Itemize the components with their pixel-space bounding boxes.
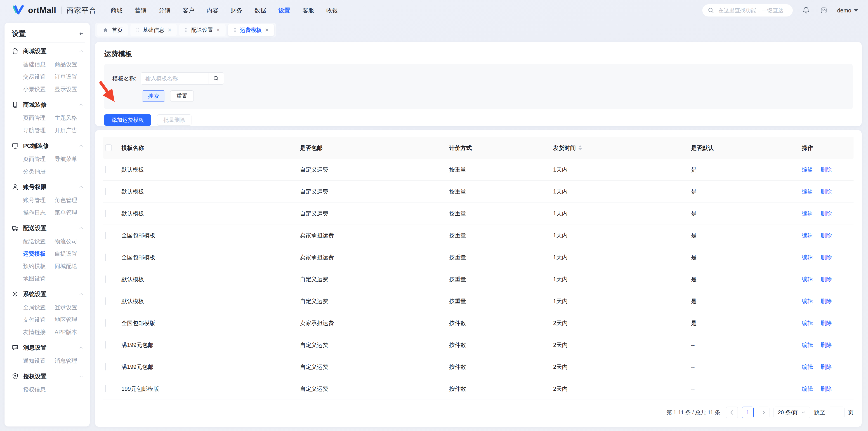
chevron-up-icon[interactable] [79,345,84,350]
select-all-checkbox[interactable] [105,145,112,151]
next-page-button[interactable] [758,407,770,418]
chevron-up-icon[interactable] [79,184,84,190]
sidebar-section-5[interactable]: 配送设置 [8,221,86,235]
sidebar-item-4-3[interactable]: 操作日志 [23,206,55,219]
chevron-up-icon[interactable] [79,143,84,149]
row-checkbox[interactable] [105,210,106,217]
jump-page-input[interactable] [829,407,844,418]
delete-link[interactable]: 删除 [820,385,832,393]
nav-item-3[interactable]: 分销 [153,0,177,21]
row-checkbox[interactable] [105,298,106,305]
delete-link[interactable]: 删除 [820,276,832,283]
sidebar-item-2-3[interactable]: 导航管理 [23,124,55,136]
shop-icon[interactable] [819,6,828,15]
notification-bell-icon[interactable] [802,6,810,15]
sidebar-item-1-6[interactable]: 显示设置 [55,83,86,95]
row-checkbox[interactable] [105,341,106,348]
nav-item-7[interactable]: 数据 [248,0,272,21]
chevron-up-icon[interactable] [79,49,84,54]
tab-3[interactable]: 配送设置× [179,24,225,36]
nav-item-1[interactable]: 商城 [105,0,129,21]
delete-link[interactable]: 删除 [820,298,832,305]
edit-link[interactable]: 编辑 [802,276,813,283]
sidebar-item-2-1[interactable]: 页面管理 [23,112,55,124]
edit-link[interactable]: 编辑 [802,385,813,393]
close-icon[interactable]: × [216,27,220,33]
edit-link[interactable]: 编辑 [802,188,813,195]
row-checkbox[interactable] [105,363,106,370]
delete-link[interactable]: 删除 [820,341,832,349]
nav-item-5[interactable]: 内容 [200,0,224,21]
sidebar-collapse-icon[interactable] [76,30,84,37]
sidebar-item-7-2[interactable]: 消息管理 [55,355,86,367]
sidebar-item-7-1[interactable]: 通知设置 [23,355,55,367]
sidebar-item-1-5[interactable]: 小票设置 [23,83,55,95]
tab-2[interactable]: 基础信息× [130,24,177,36]
column-header-4[interactable]: 发货时间 [553,144,691,152]
user-menu[interactable]: demo [837,7,858,14]
sidebar-item-2-4[interactable]: 开屏广告 [55,124,86,136]
chevron-up-icon[interactable] [79,374,84,379]
sidebar-item-6-4[interactable]: 地区管理 [55,313,86,326]
delete-link[interactable]: 删除 [820,210,832,217]
sidebar-item-5-5[interactable]: 预约模板 [23,260,55,272]
delete-link[interactable]: 删除 [820,254,832,261]
delete-link[interactable]: 删除 [820,319,832,327]
prev-page-button[interactable] [726,407,738,418]
close-icon[interactable]: × [265,27,269,33]
row-checkbox[interactable] [105,385,106,392]
sidebar-item-5-3[interactable]: 运费模板 [23,247,55,260]
edit-link[interactable]: 编辑 [802,319,813,327]
sidebar-item-4-4[interactable]: 菜单管理 [55,206,86,219]
sidebar-section-7[interactable]: 消息设置 [8,341,86,354]
nav-item-6[interactable]: 财务 [224,0,248,21]
sidebar-item-5-1[interactable]: 配送设置 [23,235,55,247]
sidebar-item-3-2[interactable]: 导航菜单 [55,153,86,165]
sidebar-item-5-4[interactable]: 自提设置 [55,247,86,260]
sidebar-item-1-2[interactable]: 商品设置 [55,58,86,70]
sidebar-item-6-5[interactable]: 友情链接 [23,326,55,338]
sidebar-section-8[interactable]: 授权设置 [8,370,86,383]
search-icon-button[interactable] [208,72,224,85]
edit-link[interactable]: 编辑 [802,341,813,349]
chevron-up-icon[interactable] [79,102,84,107]
close-icon[interactable]: × [168,27,171,33]
edit-link[interactable]: 编辑 [802,298,813,305]
chevron-up-icon[interactable] [79,291,84,297]
sidebar-item-3-3[interactable]: 分类抽屉 [23,165,55,178]
sidebar-item-6-1[interactable]: 全局设置 [23,301,55,313]
sort-icon[interactable] [579,145,582,150]
row-checkbox[interactable] [105,188,106,195]
add-template-button[interactable]: 添加运费模板 [104,114,151,126]
sidebar-item-5-2[interactable]: 物流公司 [55,235,86,247]
sidebar-item-6-6[interactable]: APP版本 [55,326,86,338]
tab-4[interactable]: 运费模板× [228,24,274,36]
sidebar-item-6-3[interactable]: 支付设置 [23,313,55,326]
global-search-input[interactable] [718,7,789,14]
row-checkbox[interactable] [105,232,106,239]
chevron-up-icon[interactable] [79,225,84,231]
sidebar-item-1-1[interactable]: 基础信息 [23,58,55,70]
delete-link[interactable]: 删除 [820,166,832,173]
nav-item-4[interactable]: 客户 [177,0,200,21]
row-checkbox[interactable] [105,166,106,173]
search-button[interactable]: 搜索 [142,90,165,102]
nav-item-2[interactable]: 营销 [129,0,153,21]
sidebar-item-3-1[interactable]: 页面管理 [23,153,55,165]
page-number-1[interactable]: 1 [742,407,754,418]
edit-link[interactable]: 编辑 [802,254,813,261]
sidebar-item-4-2[interactable]: 角色管理 [55,194,86,206]
edit-link[interactable]: 编辑 [802,166,813,173]
template-name-input[interactable] [141,72,209,85]
page-size-select[interactable]: 20 条/页 [774,407,810,418]
sidebar-section-2[interactable]: 商城装修 [8,98,86,111]
tab-1[interactable]: 首页 [97,24,128,36]
sidebar-section-1[interactable]: 商城设置 [8,44,86,58]
sidebar-item-1-3[interactable]: 交易设置 [23,70,55,83]
delete-link[interactable]: 删除 [820,188,832,195]
row-checkbox[interactable] [105,254,106,261]
sidebar-section-6[interactable]: 系统设置 [8,287,86,301]
sidebar-section-4[interactable]: 账号权限 [8,180,86,193]
sidebar-section-3[interactable]: PC端装修 [8,139,86,152]
edit-link[interactable]: 编辑 [802,232,813,239]
